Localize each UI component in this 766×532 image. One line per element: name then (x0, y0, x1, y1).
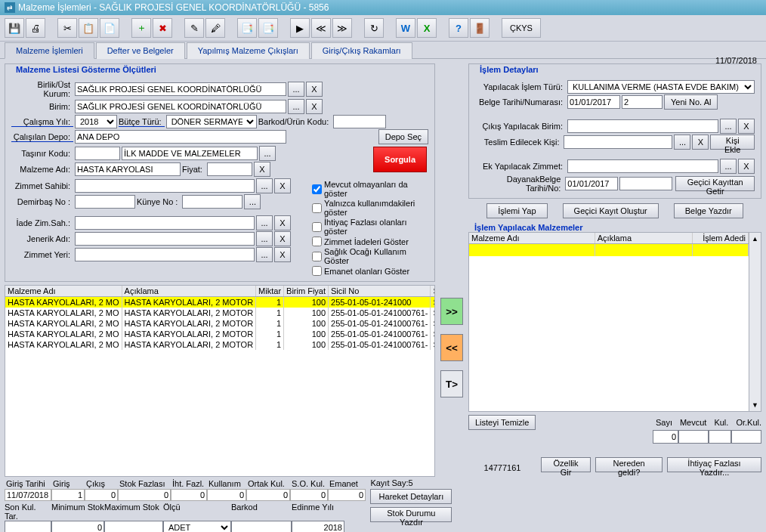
zimmet-lookup[interactable]: ... (256, 178, 273, 193)
belge-no-input[interactable] (622, 95, 663, 109)
ckys-button[interactable]: ÇKYS (502, 18, 541, 38)
jenerik-clear[interactable]: X (274, 231, 291, 246)
clear-icon[interactable]: 🖉 (205, 18, 225, 38)
chk-mevcut[interactable]: Mevcut olmayanları da göster (312, 180, 430, 198)
chk-emanet[interactable]: Emanet olanları Göster (312, 266, 430, 276)
first-icon[interactable]: ≪ (311, 18, 331, 38)
table-row[interactable]: HASTA KARYOLALARI, 2 MOHASTA KARYOLALARI… (5, 329, 435, 339)
lbl-depo[interactable]: Çalışılan Depo: (11, 132, 73, 142)
scroll-up-icon[interactable]: ▲ (749, 233, 761, 245)
move-all-button[interactable]: T> (440, 370, 463, 397)
minstok-input[interactable] (51, 521, 104, 532)
kunye-lookup[interactable]: ... (244, 194, 261, 209)
exec-icon[interactable]: ▶ (290, 18, 310, 38)
col-birimfiyat[interactable]: Birim Fiyat (284, 286, 329, 297)
copy-icon[interactable]: 📋 (79, 18, 98, 38)
tasinir-lookup[interactable]: ... (259, 146, 276, 161)
rcol-aciklama[interactable]: Açıklama (595, 233, 692, 244)
tab-giris[interactable]: Giriş/Çıkış Rakamları (311, 42, 412, 59)
paste-icon[interactable]: 📄 (100, 18, 119, 38)
chk-ihtiyac[interactable]: İhtiyaç Fazlası olanları göster (312, 218, 430, 236)
save-icon[interactable]: 💾 (5, 18, 24, 38)
left-grid[interactable]: Malzeme Adı Açıklama Miktar Birim Fiyat … (5, 285, 435, 477)
help-icon[interactable]: ? (449, 18, 468, 38)
tab-malzeme[interactable]: Malzeme İşlemleri (5, 42, 94, 59)
col-aciklama[interactable]: Açıklama (122, 286, 256, 297)
birlik-lookup[interactable]: ... (288, 82, 304, 97)
birlik-input[interactable] (75, 82, 286, 96)
table-row[interactable]: HASTA KARYOLALARI, 2 MOHASTA KARYOLALARI… (5, 339, 435, 350)
excel-icon[interactable]: X (417, 18, 437, 38)
fiyat-clear[interactable]: X (254, 162, 270, 177)
table-row[interactable]: HASTA KARYOLALARI, 2 MOHASTA KARYOLALARI… (5, 318, 435, 329)
jenerik-input[interactable] (75, 232, 255, 246)
word-icon[interactable]: W (396, 18, 415, 38)
butce-select[interactable]: DÖNER SERMAYE (166, 115, 257, 128)
zimmetyeri-clear[interactable]: X (274, 247, 291, 262)
teslim-input[interactable] (564, 135, 672, 149)
teslim-clear[interactable]: X (692, 135, 709, 150)
cikisbirim-lookup[interactable]: ... (720, 119, 737, 134)
cut-icon[interactable]: ✂ (57, 18, 77, 38)
yenino-button[interactable]: Yeni No. Al (664, 94, 718, 110)
ekzimmet-lookup[interactable]: ... (720, 159, 737, 174)
birlik-clear[interactable]: X (306, 82, 323, 97)
doc1-icon[interactable]: 📑 (237, 18, 257, 38)
ihtiyac-button[interactable]: İhtiyaç Fazlası Yazdır... (667, 457, 761, 472)
belge-tarih-input[interactable] (567, 95, 620, 109)
lbl-yil[interactable]: Çalışma Yılı: (11, 117, 73, 127)
tasinir-kat[interactable] (122, 147, 258, 160)
chk-kullanim[interactable]: Yalnızca kullanımdakileri göster (312, 199, 430, 217)
edinme-input[interactable] (292, 521, 344, 532)
refresh-icon[interactable]: ↻ (364, 18, 384, 38)
last-icon[interactable]: ≫ (332, 18, 352, 38)
ekzimmet-clear[interactable]: X (738, 159, 755, 174)
col-malzeme[interactable]: Malzeme Adı (5, 286, 122, 297)
iade-clear[interactable]: X (274, 215, 291, 230)
ozellik-button[interactable]: Özellik Gir (541, 457, 591, 472)
zimmet-yeri-input[interactable] (75, 248, 255, 261)
islemturu-select[interactable]: KULLANIMA VERME (HASTA EVDE BAKIM) (567, 80, 755, 94)
gecici-button[interactable]: Geçici Kayıt Oluştur (563, 203, 659, 218)
kunye-input[interactable] (182, 195, 242, 209)
right-selected-row[interactable] (469, 244, 749, 256)
sorgula-button[interactable]: Sorgula (373, 147, 427, 172)
edit-icon[interactable]: ✎ (184, 18, 204, 38)
kisiekle-button[interactable]: Kişi Ekle (710, 135, 755, 150)
table-row[interactable]: HASTA KARYOLALARI, 2 MOHASTA KARYOLALARI… (5, 308, 435, 318)
delete-icon[interactable]: ✖ (153, 18, 172, 38)
col-miktar[interactable]: Miktar (256, 286, 284, 297)
birim-clear[interactable]: X (306, 99, 323, 114)
cikisbirim-input[interactable] (567, 119, 718, 133)
nereden-button[interactable]: Nereden geldi? (595, 457, 663, 472)
jenerik-lookup[interactable]: ... (256, 231, 273, 246)
exit-icon[interactable]: 🚪 (470, 18, 490, 38)
col-durum[interactable]: Son Durum (431, 286, 435, 297)
scroll-down-icon[interactable]: ▼ (749, 399, 761, 411)
barkod2-input[interactable] (231, 521, 292, 532)
cikisbirim-clear[interactable]: X (738, 119, 755, 134)
islemiyap-button[interactable]: İşlemi Yap (486, 203, 547, 218)
lbl-butce[interactable]: Bütçe Türü: (119, 117, 165, 127)
col-sicil[interactable]: Sicil No (329, 286, 431, 297)
print-icon[interactable]: 🖨 (26, 18, 45, 38)
chk-saglik[interactable]: Sağlık Ocağı Kullanım Göster (312, 247, 430, 265)
tasinir-input[interactable] (75, 147, 120, 160)
gecicigetir-button[interactable]: Geçici Kayıttan Getir (675, 176, 755, 191)
move-right-button[interactable]: >> (440, 298, 463, 325)
add-icon[interactable]: ＋ (131, 18, 151, 38)
doc2-icon[interactable]: 📑 (258, 18, 278, 38)
dayanak-no-input[interactable] (619, 177, 672, 190)
demirbas-input[interactable] (75, 195, 135, 209)
listeyi-temizle-button[interactable]: Listeyi Temizle (468, 415, 536, 430)
yil-select[interactable]: 2018 (75, 115, 117, 128)
zimmet-clear[interactable]: X (274, 178, 291, 193)
depo-sec-button[interactable]: Depo Seç (378, 129, 428, 144)
olcu-select[interactable]: ADET (163, 521, 231, 532)
chk-zimmet-iade[interactable]: Zimmet İadeleri Göster (312, 237, 430, 246)
iade-lookup[interactable]: ... (256, 215, 273, 230)
zimmet-sahibi-input[interactable] (75, 179, 255, 193)
move-left-button[interactable]: << (440, 334, 463, 361)
rcol-adet[interactable]: İşlem Adedi (693, 233, 749, 244)
barkod-input[interactable] (333, 115, 386, 128)
